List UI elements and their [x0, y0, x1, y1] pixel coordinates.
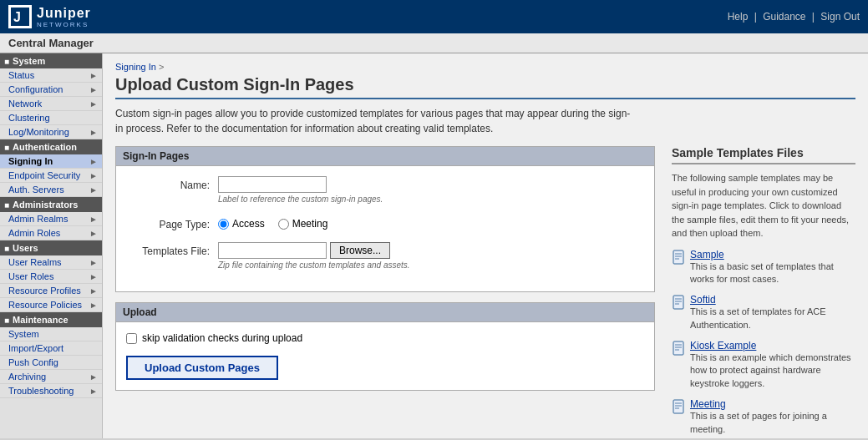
sidebar-item-resource-policies[interactable]: Resource Policies►: [0, 298, 102, 312]
template-name-link[interactable]: Meeting: [690, 398, 855, 410]
radio-access[interactable]: [218, 219, 229, 230]
two-column-layout: Sign-In Pages Name: Label to reference t…: [115, 146, 855, 438]
sidebar-item-push-config[interactable]: Push Config: [0, 356, 102, 370]
sign-in-pages-header: Sign-In Pages: [116, 147, 654, 166]
sign-in-pages-section: Sign-In Pages Name: Label to reference t…: [115, 146, 655, 292]
sidebar-item-admin-realms[interactable]: Admin Realms►: [0, 212, 102, 226]
sidebar-section-administrators[interactable]: ■ Administrators: [0, 197, 102, 212]
name-row: Name: Label to reference the custom sign…: [126, 176, 644, 204]
template-info: Meeting This is a set of pages for joini…: [690, 398, 855, 436]
template-info: Softid This is a set of templates for AC…: [690, 294, 855, 331]
sidebar-item-import-export[interactable]: Import/Export: [0, 341, 102, 356]
sidebar-item-signing-in[interactable]: Signing In►: [0, 154, 102, 169]
file-row: Browse...: [218, 242, 644, 259]
arrow-endpoint: ►: [89, 171, 98, 180]
template-description: This is a basic set of templates that wo…: [690, 260, 855, 286]
template-description: This is a set of pages for joining a mee…: [690, 410, 855, 436]
name-input[interactable]: [218, 176, 327, 193]
arrow-resource-profiles: ►: [89, 286, 98, 296]
templates-file-row: Templates File: Browse... Zip file conta…: [126, 242, 644, 270]
sidebar-section-users[interactable]: ■ Users: [0, 240, 102, 255]
svg-text:J: J: [13, 10, 21, 24]
sidebar-item-configuration[interactable]: Configuration►: [0, 83, 102, 97]
page-title: Upload Custom Sign-In Pages: [115, 75, 855, 99]
template-name-link[interactable]: Kiosk Example: [690, 340, 855, 351]
arrow-auth-servers: ►: [89, 185, 98, 195]
arrow-signing-in: ►: [89, 157, 98, 166]
template-file-icon: [672, 341, 685, 356]
arrow-user-realms: ►: [89, 258, 98, 267]
central-manager-title: Central Manager: [8, 37, 94, 49]
upload-section: Upload skip validation checks during upl…: [115, 302, 655, 391]
sidebar-item-network[interactable]: Network►: [0, 97, 102, 111]
page-type-controls: Access Meeting: [218, 215, 644, 230]
radio-meeting-text: Meeting: [292, 218, 328, 230]
sidebar-item-system[interactable]: System: [0, 327, 102, 341]
arrow-user-roles: ►: [89, 272, 98, 281]
upload-header: Upload: [116, 303, 654, 322]
sidebar-item-user-realms[interactable]: User Realms►: [0, 255, 102, 270]
template-name-link[interactable]: Sample: [690, 249, 855, 260]
logo: J Juniper NETWORKS: [8, 5, 91, 28]
expand-icon-admins: ■: [4, 200, 9, 210]
name-hint: Label to reference the custom sign-in pa…: [218, 195, 644, 204]
left-column: Sign-In Pages Name: Label to reference t…: [115, 146, 655, 438]
template-file-icon: [672, 250, 685, 265]
page-description: Custom sign-in pages allow you to provid…: [115, 106, 633, 136]
header: J Juniper NETWORKS Help | Guidance | Sig…: [0, 0, 868, 33]
templates-label: Templates File:: [126, 242, 218, 257]
breadcrumb-signing-in[interactable]: Signing In: [115, 62, 156, 72]
sidebar-section-authentication[interactable]: ■ Authentication: [0, 139, 102, 154]
template-list: Sample This is a basic set of templates …: [672, 249, 855, 437]
radio-access-label[interactable]: Access: [218, 218, 265, 230]
skip-validation-label: skip validation checks during upload: [142, 332, 302, 344]
expand-icon-users: ■: [4, 244, 9, 253]
sidebar-section-system[interactable]: ■ System: [0, 53, 102, 68]
layout: ■ System Status► Configuration► Network►…: [0, 53, 868, 438]
arrow-admin-roles: ►: [89, 229, 98, 238]
name-field-container: Label to reference the custom sign-in pa…: [218, 176, 644, 204]
expand-icon-maintenance: ■: [4, 316, 9, 325]
sidebar-item-auth-servers[interactable]: Auth. Servers►: [0, 183, 102, 197]
svg-rect-6: [673, 296, 683, 309]
template-description: This is an example which demonstrates ho…: [690, 351, 855, 390]
sidebar-item-user-roles[interactable]: User Roles►: [0, 270, 102, 284]
sidebar-item-clustering[interactable]: Clustering: [0, 111, 102, 125]
arrow-log: ►: [89, 128, 98, 137]
svg-rect-2: [673, 250, 683, 264]
template-file-icon: [672, 399, 685, 414]
breadcrumb-separator: >: [159, 62, 164, 72]
breadcrumb: Signing In >: [115, 62, 855, 72]
radio-meeting[interactable]: [278, 219, 289, 230]
guidance-link[interactable]: Guidance: [763, 11, 805, 23]
expand-icon-auth: ■: [4, 143, 9, 152]
expand-icon-system: ■: [4, 57, 9, 66]
sidebar-item-status[interactable]: Status►: [0, 68, 102, 83]
sidebar-item-resource-profiles[interactable]: Resource Profiles►: [0, 284, 102, 298]
sidebar-item-admin-roles[interactable]: Admin Roles►: [0, 226, 102, 240]
juniper-logo-icon: J: [11, 8, 29, 26]
sidebar-item-troubleshooting[interactable]: Troubleshooting►: [0, 384, 102, 398]
svg-rect-14: [673, 400, 683, 413]
skip-validation-checkbox[interactable]: [126, 333, 137, 344]
sidebar: ■ System Status► Configuration► Network►…: [0, 53, 103, 438]
sidebar-section-maintenance[interactable]: ■ Maintenance: [0, 312, 102, 327]
right-panel: Sample Templates Files The following sam…: [672, 146, 855, 436]
arrow-archiving: ►: [89, 372, 98, 382]
arrow-network: ►: [89, 99, 98, 109]
upload-custom-pages-button[interactable]: Upload Custom Pages: [126, 356, 278, 380]
sidebar-item-endpoint-security[interactable]: Endpoint Security►: [0, 169, 102, 183]
browse-button[interactable]: Browse...: [330, 242, 390, 259]
sidebar-item-log-monitoring[interactable]: Log/Monitoring►: [0, 125, 102, 139]
templates-file-container: Browse... Zip file containing the custom…: [218, 242, 644, 270]
help-link[interactable]: Help: [728, 11, 749, 23]
checkbox-row: skip validation checks during upload: [126, 332, 644, 344]
sidebar-item-archiving[interactable]: Archiving►: [0, 370, 102, 384]
radio-access-text: Access: [232, 218, 265, 230]
template-item: Softid This is a set of templates for AC…: [672, 294, 855, 331]
signout-link[interactable]: Sign Out: [820, 11, 860, 23]
templates-file-input[interactable]: [218, 242, 327, 259]
template-name-link[interactable]: Softid: [690, 294, 855, 306]
sidebar-section-authentication-label: Authentication: [13, 142, 77, 152]
radio-meeting-label[interactable]: Meeting: [278, 218, 328, 230]
